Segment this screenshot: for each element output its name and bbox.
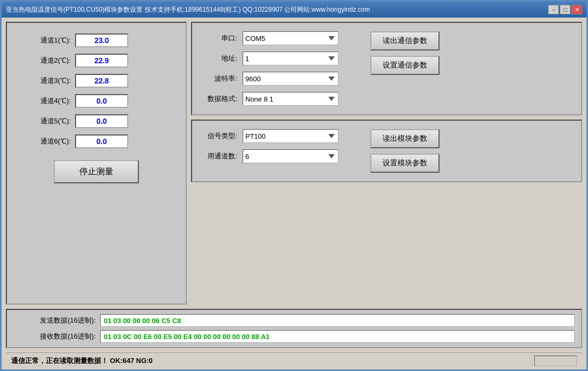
channel-3-label: 通道3(℃): [18,76,71,86]
read-module-params-button[interactable]: 读出模块参数 [370,129,440,148]
serial-port-label: 串口: [203,33,237,43]
module-form-area: 信号类型: PT100 CU50 用通道数: 6 1 [203,129,338,163]
left-panel: 通道1(℃): 23.0 通道2(℃): 22.9 通道3(℃): 22.8 通… [6,22,187,305]
baud-rate-select[interactable]: 9600 4800 19200 38400 [243,72,338,86]
status-bar: 通信正常，正在读取测量数据！ OK:647 NG:0 [6,352,582,368]
channel-6-label: 通道6(℃): [18,137,71,146]
signal-type-label: 信号类型: [203,131,237,141]
set-comm-params-button[interactable]: 设置通信参数 [370,56,440,75]
channel-row-5: 通道5(℃): 0.0 [18,114,175,128]
status-text: 通信正常，正在读取测量数据！ OK:647 NG:0 [11,356,153,366]
channel-row-6: 通道6(℃): 0.0 [18,134,175,148]
channel-5-label: 通道5(℃): [18,116,71,126]
data-format-row: 数据格式: None 8 1 None 8 2 Even 8 1 Odd 8 1 [203,92,338,106]
send-data-label: 发送数据(16进制): [13,316,96,325]
channel-row-3: 通道3(℃): 22.8 [18,74,175,88]
serial-port-select[interactable]: COM5 COM1 COM2 COM3 COM4 [243,31,338,45]
channel-2-value: 22.9 [75,54,128,68]
minimize-button[interactable]: － [548,5,559,14]
signal-type-select[interactable]: PT100 CU50 [243,129,338,143]
channel-1-label: 通道1(℃): [18,36,71,45]
comm-panel: 串口: COM5 COM1 COM2 COM3 COM4 地 [191,22,582,115]
window-title: 亚当热电阻温度信号(PT100,CU50)模块参数设置 技术支持手机:18996… [6,5,370,14]
receive-data-row: 接收数据(16进制): 01 03 0C 00 E6 00 E5 00 E4 0… [13,330,575,343]
channel-4-value: 0.0 [75,94,128,108]
read-comm-params-button[interactable]: 读出通信参数 [370,31,440,50]
main-content: 通道1(℃): 23.0 通道2(℃): 22.9 通道3(℃): 22.8 通… [2,18,586,371]
set-module-params-button[interactable]: 设置模块参数 [370,154,440,173]
receive-data-label: 接收数据(16进制): [13,332,96,341]
data-format-select[interactable]: None 8 1 None 8 2 Even 8 1 Odd 8 1 [243,92,338,106]
title-bar: 亚当热电阻温度信号(PT100,CU50)模块参数设置 技术支持手机:18996… [2,2,586,18]
channel-5-value: 0.0 [75,114,128,128]
title-bar-text: 亚当热电阻温度信号(PT100,CU50)模块参数设置 技术支持手机:18996… [6,5,370,14]
title-controls: － □ ✕ [548,5,582,14]
data-format-label: 数据格式: [203,94,237,104]
address-select[interactable]: 1 2 3 [243,52,338,65]
baud-rate-label: 波特率: [203,74,237,83]
channel-1-value: 23.0 [75,33,128,47]
module-inner: 信号类型: PT100 CU50 用通道数: 6 1 [203,129,570,173]
channel-row-1: 通道1(℃): 23.0 [18,33,175,47]
module-panel: 信号类型: PT100 CU50 用通道数: 6 1 [191,120,582,182]
channel-count-select[interactable]: 6 1 2 3 4 5 [243,149,338,163]
channel-2-label: 通道2(℃): [18,56,71,65]
stop-measure-button[interactable]: 停止测量 [54,160,139,183]
send-data-value: 01 03 00 00 00 06 C5 C8 [100,314,575,327]
close-button[interactable]: ✕ [572,5,582,14]
channel-row-2: 通道2(℃): 22.9 [18,54,175,68]
status-indicator [534,356,577,366]
send-data-row: 发送数据(16进制): 01 03 00 00 00 06 C5 C8 [13,314,575,327]
address-row: 地址: 1 2 3 [203,52,338,65]
signal-type-row: 信号类型: PT100 CU50 [203,129,338,143]
channel-row-4: 通道4(℃): 0.0 [18,94,175,108]
bottom-data-panel: 发送数据(16进制): 01 03 00 00 00 06 C5 C8 接收数据… [6,309,582,348]
top-section: 通道1(℃): 23.0 通道2(℃): 22.9 通道3(℃): 22.8 通… [6,22,582,305]
baud-rate-row: 波特率: 9600 4800 19200 38400 [203,72,338,86]
comm-inner: 串口: COM5 COM1 COM2 COM3 COM4 地 [203,31,570,106]
comm-btn-area: 读出通信参数 设置通信参数 [370,31,440,75]
channel-4-label: 通道4(℃): [18,96,71,106]
module-btn-area: 读出模块参数 设置模块参数 [370,129,440,173]
comm-form-area: 串口: COM5 COM1 COM2 COM3 COM4 地 [203,31,338,106]
channel-3-value: 22.8 [75,74,128,88]
serial-port-row: 串口: COM5 COM1 COM2 COM3 COM4 [203,31,338,45]
receive-data-value: 01 03 0C 00 E6 00 E5 00 E4 00 00 00 00 0… [100,330,575,343]
channel-6-value: 0.0 [75,134,128,148]
right-panel: 串口: COM5 COM1 COM2 COM3 COM4 地 [191,22,582,305]
channel-count-row: 用通道数: 6 1 2 3 4 5 [203,149,338,163]
address-label: 地址: [203,54,237,63]
channel-count-label: 用通道数: [203,151,237,161]
maximize-button[interactable]: □ [560,5,570,14]
